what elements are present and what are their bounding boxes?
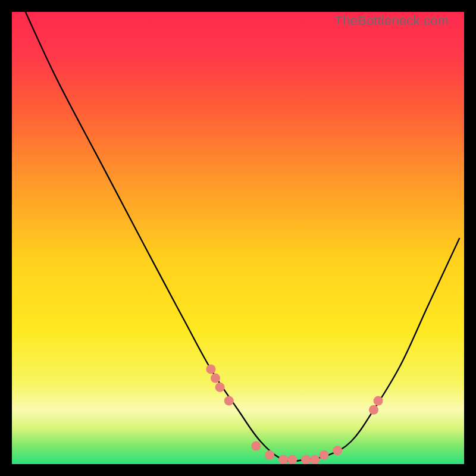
data-point-dot (374, 396, 383, 406)
data-point-dot (224, 396, 234, 406)
data-point-dot (206, 364, 215, 374)
data-point-dot (251, 441, 261, 451)
data-point-dot (211, 374, 220, 383)
plot-area (12, 12, 464, 464)
bottleneck-curve (12, 12, 464, 464)
data-point-dot (319, 450, 328, 460)
data-point-dot (369, 405, 378, 415)
watermark-text: TheBottleneck.com (334, 13, 449, 29)
data-point-dot (301, 455, 311, 464)
data-point-dot (310, 455, 320, 464)
data-point-dot (333, 446, 342, 455)
chart-frame: TheBottleneck.com (12, 12, 464, 464)
data-point-dot (287, 455, 297, 464)
data-point-dot (215, 383, 225, 392)
data-point-dot (278, 455, 288, 464)
data-point-dot (265, 450, 274, 460)
